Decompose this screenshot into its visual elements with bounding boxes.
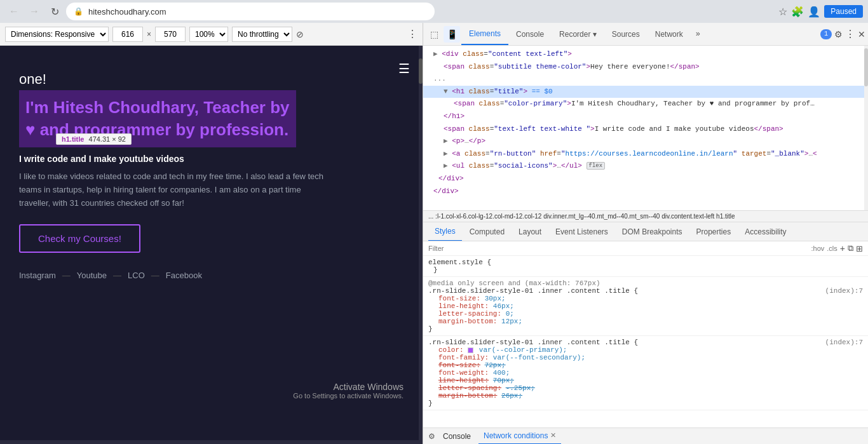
responsive-toolbar: Dimensions: Responsive × 100% No throttl… [0,23,423,46]
styles-tab-computed[interactable]: Computed [463,222,511,241]
tree-line[interactable]: ▶ <div class="content text-left"> [423,48,868,61]
more-options-btn[interactable]: ⋮ [407,28,417,40]
tab-more[interactable]: » [691,23,705,45]
devtools-right-controls: 1 ⚙ ⋮ ✕ [820,28,865,40]
instagram-link[interactable]: Instagram [19,271,56,280]
styles-tab-dom-breakpoints[interactable]: DOM Breakpoints [616,222,689,241]
bottom-settings-btn[interactable]: ⚙ [428,432,435,441]
browser-right-controls: ☆ 🧩 👤 Paused [778,5,863,18]
bookmark-button[interactable]: ☆ [778,6,787,18]
extensions-button[interactable]: 🧩 [791,6,804,18]
tree-line[interactable]: </h1> [423,111,868,123]
device-toolbar-btn[interactable]: 📱 [444,26,460,43]
tree-line[interactable]: ▶ <ul class="social-icons">…</ul> flex [423,160,868,173]
description: I like to make videos related to code an… [19,170,324,210]
tree-line[interactable]: </div> [423,173,868,185]
lock-icon: 🔒 [74,7,83,16]
css-rule-element-style: element.style { } [423,256,868,277]
profile-button[interactable]: 👤 [808,6,820,18]
tree-line[interactable]: <span class="subtitle theme-color">Hey t… [423,61,868,74]
html-tree: ▶ <div class="content text-left"> <span … [423,46,868,211]
console-tab[interactable]: Console [438,428,476,445]
tree-line[interactable]: ... [423,73,868,86]
tab-bar: ← → ↻ 🔒 hiteshchoudhary.com ☆ 🧩 👤 Paused [0,0,868,23]
sep-1: — [62,271,71,280]
computed-sidebar-btn[interactable]: ⊞ [856,244,863,253]
filter-input[interactable] [428,245,809,252]
add-rule-btn[interactable]: + [840,243,845,253]
width-input[interactable] [112,27,143,42]
zoom-select[interactable]: 100% [189,27,228,42]
tooltip-class: h1.title [62,135,84,143]
filter-bar: :hov .cls + ⧉ ⊞ [423,241,868,256]
address-bar[interactable]: 🔒 hiteshchoudhary.com [66,3,435,20]
website-preview: h1.title 474.31 × 92 ☰ one! I'm Hitesh C… [0,46,423,444]
cta-button[interactable]: Check my Courses! [19,224,140,253]
tagline: I write code and I make youtube videos [19,154,403,164]
styles-content: :hov .cls + ⧉ ⊞ element.style { } @media… [423,241,868,427]
styles-tab-event-listeners[interactable]: Event Listeners [549,222,614,241]
close-tab-btn[interactable]: ✕ [550,431,556,440]
facebook-link[interactable]: Facebook [166,271,202,280]
tree-line-selected[interactable]: ▼ <h1 class="title"> == $0 [423,86,868,98]
reload-button[interactable]: ↻ [46,3,64,20]
breadcrumb: ... :l-1.col-xl-6.col-lg-12.col-md-12.co… [423,211,868,222]
tree-line[interactable]: </div> [423,185,868,198]
cls-btn[interactable]: .cls [827,245,837,252]
css-rule-media-query: @media only screen and (max-width: 767px… [423,277,868,336]
notification-badge: 1 [820,29,832,39]
social-links: Instagram — Youtube — LCO — Facebook [19,271,403,280]
copy-styles-btn[interactable]: ⧉ [848,243,853,253]
devtools-settings-btn[interactable]: ⚙ [834,29,843,39]
devtools-more-btn[interactable]: ⋮ [845,28,855,40]
tab-sources[interactable]: Sources [604,23,648,45]
styles-tab-properties[interactable]: Properties [690,222,738,241]
devtools-tabs: Elements Console Recorder ▾ Sources Netw… [461,23,705,45]
tree-line[interactable]: <span class="text-left text-white ">I wr… [423,123,817,136]
styles-tab-layout[interactable]: Layout [512,222,548,241]
styles-tab-styles[interactable]: Styles [428,222,462,241]
tab-network[interactable]: Network [648,23,691,45]
breadcrumb-text: ... :l-1.col-xl-6.col-lg-12.col-md-12.co… [428,213,735,220]
tree-line[interactable]: ▶ <a class="rn-button" href="https://cou… [423,148,817,161]
height-input[interactable] [155,27,186,42]
cross-symbol: × [147,30,151,39]
hamburger-menu[interactable]: ☰ [398,61,410,76]
inspect-element-btn[interactable]: ⬚ [426,26,442,43]
bottom-bar: ⚙ Console Network conditions ✕ [423,427,868,444]
styles-panel-tabs: Styles Computed Layout Event Listeners D… [423,222,868,241]
hey-text: one! [19,71,403,88]
activate-windows-overlay: Activate Windows Go to Settings to activ… [287,375,410,406]
network-conditions-tab[interactable]: Network conditions ✕ [478,428,561,445]
tab-console[interactable]: Console [508,23,552,45]
url-text: hiteshchoudhary.com [88,7,166,17]
sep-2: — [113,271,121,280]
tab-elements[interactable]: Elements [461,23,508,45]
cache-icon-btn[interactable]: ⊘ [296,29,304,39]
devtools-close-btn[interactable]: ✕ [858,29,865,39]
element-tooltip: h1.title 474.31 × 92 [56,133,132,145]
throttle-select[interactable]: No throttling [232,27,292,42]
tab-recorder[interactable]: Recorder ▾ [552,23,604,45]
tree-line[interactable]: ▶ <p>…</p> [423,135,868,148]
browser-chrome: ← → ↻ 🔒 hiteshchoudhary.com ☆ 🧩 👤 Paused [0,0,868,23]
scrollbar-vertical[interactable] [419,46,423,444]
devtools-toolbar: ⬚ 📱 Elements Console Recorder ▾ Sources … [423,23,868,46]
nav-buttons: ← → ↻ [5,3,64,20]
dimensions-select[interactable]: Dimensions: Responsive [5,27,109,42]
devtools-panel: ⬚ 📱 Elements Console Recorder ▾ Sources … [423,23,868,444]
tree-line[interactable]: <span class="color-primary">I'm Hitesh C… [423,98,817,111]
hov-btn[interactable]: :hov [811,245,825,252]
paused-button[interactable]: Paused [824,5,863,18]
forward-button[interactable]: → [25,3,43,20]
scrollbar-horizontal[interactable] [0,440,419,444]
css-rule-main: .rn-slide.slider-style-01 .inner .conten… [423,336,868,410]
styles-tab-accessibility[interactable]: Accessibility [738,222,792,241]
back-button[interactable]: ← [5,3,23,20]
tooltip-dims: 474.31 × 92 [89,135,126,143]
youtube-link[interactable]: Youtube [77,271,107,280]
lco-link[interactable]: LCO [128,271,145,280]
sep-3: — [151,271,159,280]
website-content: one! I'm Hitesh Choudhary, Teacher by♥ a… [0,46,423,293]
